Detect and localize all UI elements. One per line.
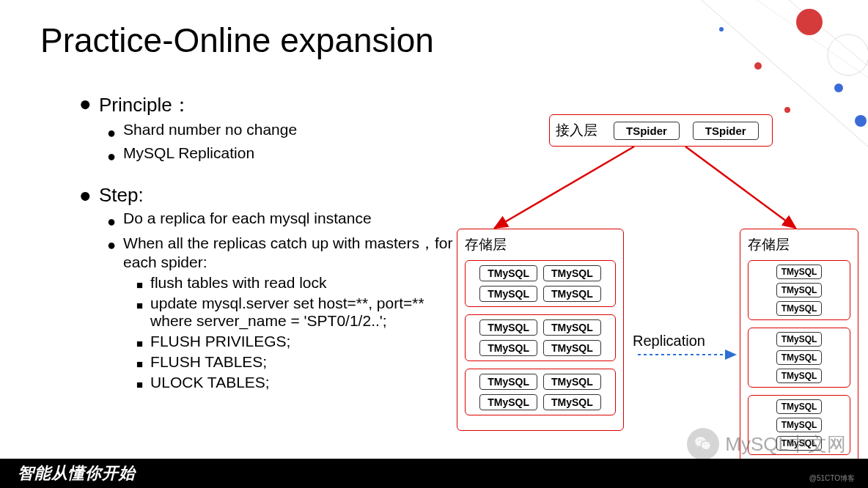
tmysql-node: TMySQL — [776, 301, 823, 316]
shard-group: TMySQL TMySQL TMySQL — [748, 328, 850, 388]
tmysql-node: TMySQL — [543, 374, 601, 390]
shard-group: TMySQL TMySQL TMySQL TMySQL — [465, 314, 616, 361]
step-sub-item: ULOCK TABLES; — [150, 374, 270, 391]
tmysql-node: TMySQL — [776, 332, 823, 347]
architecture-diagram: 接入层 TSpider TSpider 存储层 TMySQL TMySQL TM… — [451, 114, 861, 451]
tspider-node: TSpider — [614, 122, 680, 140]
step-sub-item: FLUSH PRIVILEGS; — [150, 333, 290, 350]
tmysql-node: TMySQL — [543, 394, 601, 410]
step-item: Do a replica for each mysql instance — [123, 210, 372, 227]
step-sub-item: update mysql.server set host=**, port=**… — [150, 295, 453, 330]
storage-layer-label: 存储层 — [465, 235, 616, 254]
shard-group: TMySQL TMySQL TMySQL TMySQL — [465, 260, 616, 307]
brand-text: MySQL中文网 — [725, 432, 846, 457]
footer-bar: 智能从懂你开始 — [0, 459, 868, 488]
step-sub-item: FLUSH TABLES; — [150, 353, 267, 371]
tmysql-node: TMySQL — [776, 369, 823, 383]
principle-heading: Principle： — [99, 92, 191, 118]
tmysql-node: TMySQL — [776, 399, 823, 414]
principle-item: Shard number no change — [123, 121, 297, 138]
tmysql-node: TMySQL — [776, 265, 823, 279]
svg-point-9 — [828, 34, 868, 75]
slide-title: Practice-Online expansion — [40, 21, 434, 60]
tmysql-node: TMySQL — [543, 319, 601, 336]
svg-line-2 — [780, 0, 868, 66]
tmysql-node: TMySQL — [543, 265, 601, 281]
replication-label: Replication — [633, 333, 705, 350]
brand-watermark: MySQL中文网 — [687, 428, 846, 460]
content-body: ●Principle： ●Shard number no change ●MyS… — [79, 88, 453, 391]
tspider-node: TSpider — [693, 122, 759, 140]
source-watermark: @51CTO博客 — [809, 473, 855, 484]
svg-point-5 — [834, 84, 843, 92]
shard-group: TMySQL TMySQL TMySQL TMySQL — [465, 369, 616, 415]
tmysql-node: TMySQL — [479, 374, 537, 390]
tmysql-node: TMySQL — [479, 286, 537, 302]
tmysql-node: TMySQL — [479, 394, 537, 410]
footer-slogan: 智能从懂你开始 — [18, 462, 136, 484]
step-heading: Step: — [99, 184, 144, 207]
access-layer-box: 接入层 TSpider TSpider — [549, 114, 773, 147]
svg-point-4 — [754, 62, 762, 70]
step-sub-item: flush tables with read lock — [150, 274, 326, 292]
tmysql-node: TMySQL — [776, 283, 823, 297]
tmysql-node: TMySQL — [479, 319, 537, 336]
principle-item: MySQL Replication — [123, 144, 254, 162]
storage-layer-left: 存储层 TMySQL TMySQL TMySQL TMySQL TMySQL T… — [457, 229, 624, 431]
svg-line-13 — [685, 147, 795, 228]
tmysql-node: TMySQL — [543, 340, 601, 356]
tmysql-node: TMySQL — [543, 286, 601, 302]
access-layer-label: 接入层 — [556, 121, 597, 140]
tmysql-node: TMySQL — [479, 340, 537, 356]
step-item: When all the replicas catch up with mast… — [123, 233, 453, 271]
svg-point-7 — [784, 107, 790, 113]
storage-layer-label: 存储层 — [748, 235, 850, 254]
tmysql-node: TMySQL — [776, 350, 823, 365]
shard-group: TMySQL TMySQL TMySQL — [748, 260, 850, 320]
svg-line-12 — [495, 147, 634, 228]
svg-line-1 — [736, 0, 868, 88]
wechat-icon — [687, 428, 719, 460]
svg-point-3 — [796, 9, 823, 35]
tmysql-node: TMySQL — [479, 265, 537, 281]
svg-point-8 — [719, 27, 724, 32]
